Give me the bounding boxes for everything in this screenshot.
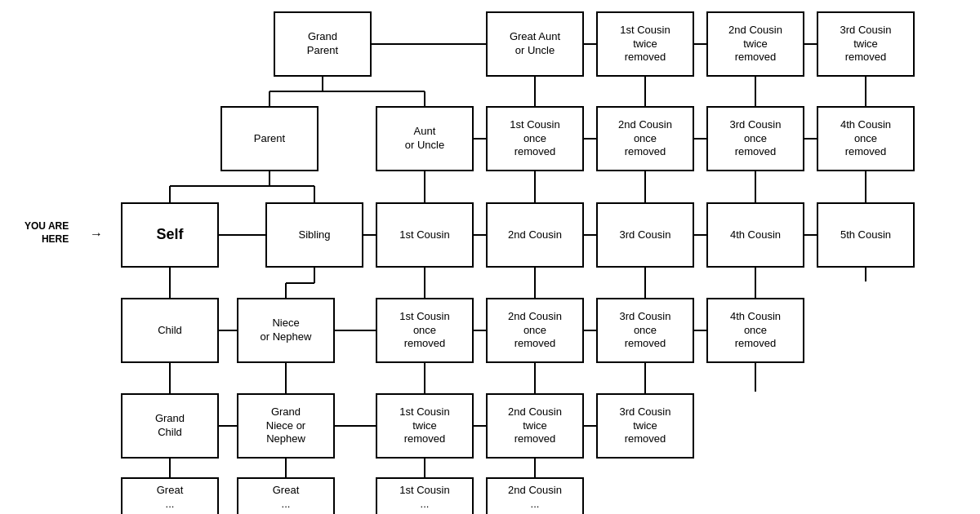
box-parent: Parent <box>220 106 318 171</box>
box-greatgrandnieceephew: Great... <box>237 477 335 514</box>
chart-container: YOU AREHERE → GrandParentGreat Auntor Un… <box>0 0 980 514</box>
box-2c1r_row2: 2nd Cousinonceremoved <box>596 106 694 171</box>
box-1stcousin: 1st Cousin <box>376 202 474 268</box>
box-1c1r_row2: 1st Cousinonceremoved <box>486 106 584 171</box>
box-greatgrandchild: Great... <box>121 477 219 514</box>
box-2ndcousin: 2nd Cousin <box>486 202 584 268</box>
box-2c2r_col6: 2nd Cousintwiceremoved <box>706 11 804 77</box>
box-1c2r_col5: 1st Cousintwiceremoved <box>596 11 694 77</box>
box-3c1r_row2: 3rd Cousinonceremoved <box>706 106 804 171</box>
box-3c1r_row4: 3rd Cousinonceremoved <box>596 298 694 363</box>
box-2c2r_row5: 2nd Cousintwiceremoved <box>486 393 584 459</box>
box-1c3r_row6: 1st Cousin... <box>376 477 474 514</box>
box-2c1r_row4: 2nd Cousinonceremoved <box>486 298 584 363</box>
box-3c2r_row5: 3rd Cousintwiceremoved <box>596 393 694 459</box>
you-are-here-arrow: → <box>90 227 103 241</box>
box-4thcousin: 4th Cousin <box>706 202 804 268</box>
you-are-here-label: YOU AREHERE <box>24 220 69 246</box>
box-1c1r_row4: 1st Cousinonceremoved <box>376 298 474 363</box>
box-5thcousin: 5th Cousin <box>817 202 915 268</box>
box-3c2r_col7: 3rd Cousintwiceremoved <box>817 11 915 77</box>
box-1c2r_row5: 1st Cousintwiceremoved <box>376 393 474 459</box>
box-grandchild: GrandChild <box>121 393 219 459</box>
box-grandparent: GrandParent <box>274 11 372 77</box>
box-3rdcousin: 3rd Cousin <box>596 202 694 268</box>
box-child: Child <box>121 298 219 363</box>
box-self: Self <box>121 202 219 268</box>
box-nieceephew: Nieceor Nephew <box>237 298 335 363</box>
box-greataununcle: Great Auntor Uncle <box>486 11 584 77</box>
box-grandnieceephew: GrandNiece orNephew <box>237 393 335 459</box>
box-4c1r_row4: 4th Cousinonceremoved <box>706 298 804 363</box>
box-2c3r_row6: 2nd Cousin... <box>486 477 584 514</box>
box-sibling: Sibling <box>265 202 363 268</box>
box-aununcle: Auntor Uncle <box>376 106 474 171</box>
box-4c1r_row2: 4th Cousinonceremoved <box>817 106 915 171</box>
